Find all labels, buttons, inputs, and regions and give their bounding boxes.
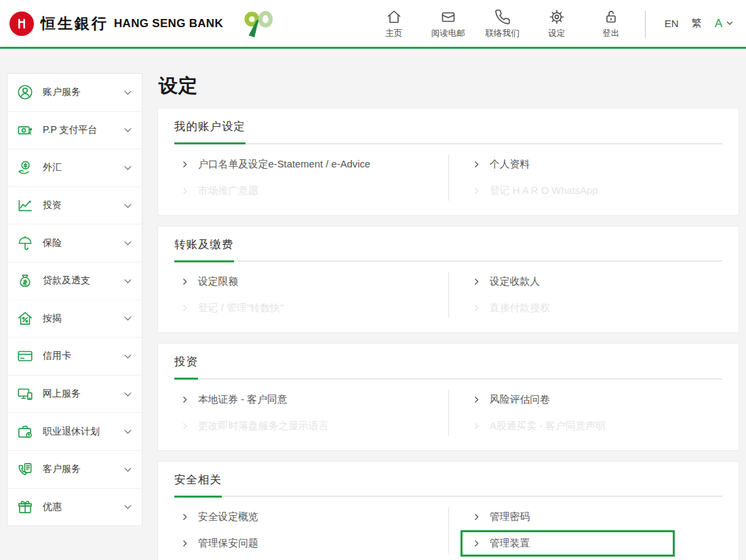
hang-seng-logo-icon: [9, 12, 34, 36]
nav-read-email-label: 阅读电邮: [431, 28, 465, 39]
nav-contact-us[interactable]: 联络我们: [475, 7, 530, 39]
section-title: 转账及缴费: [174, 237, 234, 262]
link-manage-password[interactable]: 管理密码: [460, 504, 541, 530]
nav-logout-label: 登出: [602, 28, 619, 39]
link-set-limits[interactable]: 设定限额: [169, 268, 250, 295]
chevron-down-icon: [123, 163, 133, 173]
chevron-right-icon: [472, 422, 481, 431]
sidebar-item-loans-overdraft[interactable]: 贷款及透支: [7, 262, 142, 300]
sidebar-item-credit-card[interactable]: 信用卡: [7, 338, 142, 376]
link-set-payees[interactable]: 设定收款人: [460, 268, 551, 295]
chevron-right-icon: [180, 395, 189, 404]
sidebar-label: 优惠: [43, 501, 123, 513]
section-title: 投资: [174, 355, 198, 380]
chevron-down-icon: [123, 125, 133, 135]
nav-read-email[interactable]: 阅读电邮: [421, 7, 475, 39]
link-change-order-service-language[interactable]: 更改即时落盘服务之显示语言: [169, 413, 340, 439]
section-transfer-billpay: 转账及缴费 设定限额 设定收款人 登记 / 管理"转数快" 直接付款授权: [157, 226, 739, 334]
sidebar-label: 保险: [43, 237, 123, 249]
link-register-haro-whatsapp[interactable]: 登记 H A R O WhatsApp: [460, 178, 610, 204]
fx-icon: [16, 159, 34, 176]
chevron-down-icon: [123, 276, 133, 286]
sidebar-item-offers[interactable]: 优惠: [7, 489, 142, 526]
anniversary-90-logo-icon: [241, 9, 276, 38]
link-manage-devices[interactable]: 管理装置: [460, 530, 675, 557]
link-direct-debit-authorization[interactable]: 直接付款授权: [460, 295, 562, 321]
section-investment: 投资 本地证券 - 客户同意 风险评估问卷 更改即时落盘服务之显示语言 A股通买…: [157, 343, 739, 451]
header-nav: 主页 阅读电邮 联络我们 设定 登出: [367, 7, 638, 39]
chevron-right-icon: [472, 304, 481, 313]
home-icon: [386, 9, 402, 25]
link-register-manage-fps[interactable]: 登记 / 管理"转数快": [169, 295, 295, 321]
chevron-down-icon: [123, 351, 133, 361]
chevron-down-icon: [123, 201, 133, 211]
link-account-list-estatement[interactable]: 户口名单及设定e-Statement / e-Advice: [169, 151, 382, 178]
chevron-right-icon: [180, 513, 189, 521]
chevron-right-icon: [180, 539, 189, 548]
link-marketing-preferences[interactable]: 市场推广意愿: [169, 178, 270, 204]
chevron-right-icon: [180, 160, 189, 169]
user-icon: [16, 83, 34, 101]
chevron-right-icon: [180, 277, 189, 286]
gear-icon: [549, 9, 565, 25]
briefcase-icon: [16, 423, 34, 441]
phone-icon: [494, 9, 511, 25]
link-ashare-connect-consent[interactable]: A股通买卖 - 客户同意声明: [460, 413, 617, 439]
house-percent-icon: [16, 310, 34, 327]
sidebar-item-investment[interactable]: 投资: [7, 187, 142, 225]
payment-icon: [16, 121, 34, 139]
mail-icon: [440, 9, 456, 25]
sidebar-item-account-services[interactable]: 账户服务: [7, 74, 142, 112]
chevron-right-icon: [472, 160, 481, 169]
bank-name-en: HANG SENG BANK: [114, 17, 223, 31]
page-title: 设定: [159, 73, 739, 99]
credit-card-icon: [16, 347, 34, 365]
bank-logo[interactable]: 恒生銀行 HANG SENG BANK: [9, 9, 276, 38]
chevron-right-icon: [472, 277, 481, 286]
gift-icon: [16, 498, 34, 516]
nav-settings-label: 设定: [548, 28, 565, 39]
devices-icon: [16, 385, 34, 403]
section-my-account-settings: 我的账户设定 户口名单及设定e-Statement / e-Advice 个人资…: [157, 108, 739, 216]
chevron-down-icon: [123, 389, 133, 399]
chevron-right-icon: [472, 513, 481, 521]
chevron-down-icon: [726, 18, 734, 29]
sidebar-label: 客户服务: [43, 463, 123, 475]
sidebar-item-retirement-plan[interactable]: 职业退休计划: [7, 413, 142, 451]
nav-settings[interactable]: 设定: [530, 7, 584, 39]
sidebar-item-customer-service[interactable]: 客户服务: [7, 451, 142, 489]
nav-contact-us-label: 联络我们: [486, 28, 519, 39]
chevron-right-icon: [180, 422, 189, 431]
sidebar-item-online-services[interactable]: 网上服务: [7, 376, 142, 414]
chevron-right-icon: [472, 539, 481, 548]
chevron-down-icon: [123, 464, 133, 475]
section-title: 我的账户设定: [174, 119, 246, 144]
nav-home[interactable]: 主页: [367, 7, 421, 39]
link-security-settings-overview[interactable]: 安全设定概览: [169, 504, 270, 530]
link-risk-assessment[interactable]: 风险评估问卷: [460, 386, 562, 413]
sidebar-label: 网上服务: [43, 388, 123, 400]
link-manage-security-questions[interactable]: 管理保安问题: [169, 530, 270, 557]
support-icon: [16, 460, 34, 478]
sidebar-label: 投资: [43, 199, 123, 212]
sidebar-item-foreign-exchange[interactable]: 外汇: [7, 149, 142, 187]
lang-traditional[interactable]: 繁: [692, 17, 702, 30]
chevron-right-icon: [472, 395, 481, 404]
nav-logout[interactable]: 登出: [584, 7, 638, 39]
link-personal-info[interactable]: 个人资料: [460, 151, 541, 178]
chevron-down-icon: [123, 238, 133, 248]
sidebar-item-insurance[interactable]: 保险: [7, 224, 142, 262]
nav-home-label: 主页: [385, 28, 402, 39]
font-size-label: A: [715, 17, 722, 31]
sidebar-label: 账户服务: [43, 86, 123, 98]
sidebar-item-mortgage[interactable]: 按揭: [7, 300, 142, 338]
link-local-securities-consent[interactable]: 本地证券 - 客户同意: [169, 386, 299, 413]
sidebar-label: P.P 支付平台: [43, 124, 123, 136]
section-security: 安全相关 安全设定概览 管理密码 管理保安问题 管理装置: [157, 461, 739, 560]
chevron-right-icon: [180, 304, 189, 313]
sidebar-label: 贷款及透支: [43, 275, 123, 287]
font-size-toggle[interactable]: A: [715, 17, 734, 31]
lang-english[interactable]: EN: [665, 18, 679, 29]
chevron-right-icon: [472, 186, 481, 195]
sidebar-item-pp-payment[interactable]: P.P 支付平台: [7, 112, 142, 150]
